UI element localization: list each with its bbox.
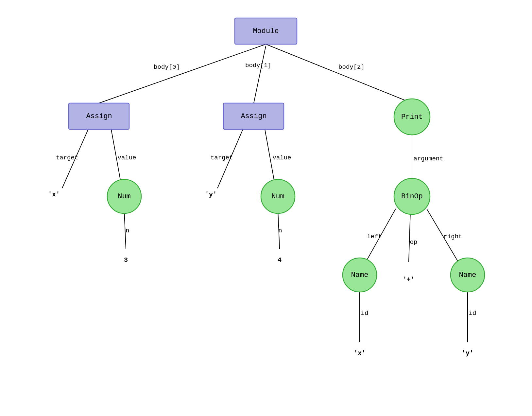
x2-leaf: 'x' — [354, 350, 366, 357]
y-leaf: 'y' — [205, 191, 217, 198]
label-op: op — [410, 239, 418, 246]
ast-diagram: body[0] body[1] body[2] target value tar… — [0, 0, 532, 416]
label-target1: target — [56, 154, 78, 161]
label-body1: body[1] — [245, 62, 271, 69]
label-argument: argument — [413, 155, 443, 162]
label-body2: body[2] — [338, 63, 365, 71]
label-id1: id — [361, 310, 369, 317]
x-leaf: 'x' — [48, 191, 60, 198]
edge-binop-plus — [409, 211, 410, 262]
label-value2: value — [272, 154, 291, 161]
label-left: left — [367, 233, 382, 240]
assign1-label: Assign — [86, 112, 112, 120]
label-target2: target — [211, 154, 233, 161]
name1-label: Name — [351, 271, 369, 279]
edge-module-assign2 — [254, 46, 266, 103]
label-right: right — [443, 233, 462, 240]
label-id2: id — [469, 310, 476, 317]
label-body0: body[0] — [154, 63, 180, 71]
label-n2: n — [278, 227, 282, 234]
label-n1: n — [126, 227, 129, 234]
print-label: Print — [401, 113, 423, 121]
three-leaf: 3 — [124, 256, 128, 264]
num2-label: Num — [271, 192, 284, 201]
assign2-label: Assign — [241, 112, 266, 120]
binop-label: BinOp — [401, 192, 423, 201]
edge-module-print — [266, 44, 412, 103]
y2-leaf: 'y' — [462, 350, 473, 357]
label-value1: value — [117, 154, 136, 161]
four-leaf: 4 — [278, 256, 282, 264]
module-label: Module — [253, 27, 279, 35]
num1-label: Num — [118, 192, 131, 201]
name2-label: Name — [459, 271, 476, 279]
plus-leaf: '+' — [403, 276, 415, 283]
edge-module-assign1 — [99, 44, 266, 103]
